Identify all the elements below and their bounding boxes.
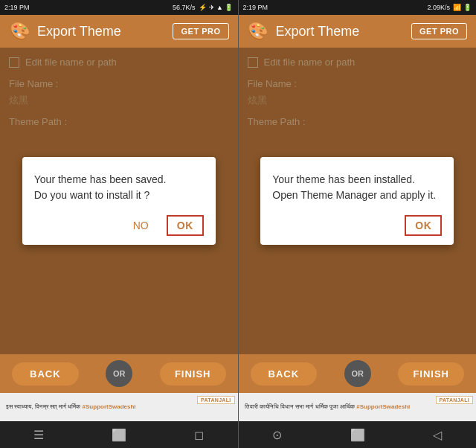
hashtag-1: #SupportSwadeshi (83, 403, 136, 410)
get-pro-button-1[interactable]: GET PRO (173, 23, 228, 39)
status-bar-2: 2:19 PM 2.09K/s 📶 🔋 (239, 0, 477, 15)
status-speed-1: 56.7K/s (173, 4, 196, 11)
get-pro-button-2[interactable]: GET PRO (411, 23, 467, 39)
patanjali-badge-1: PATANJALI (197, 396, 234, 404)
back-button-2[interactable]: BACK (251, 362, 318, 385)
dialog-buttons-1: NO OK (34, 215, 204, 236)
nav-home-icon-1[interactable]: ⬜ (112, 428, 126, 442)
status-time-1: 2:19 PM (4, 4, 30, 11)
nav-bar-2: ⊙ ⬜ ◁ (239, 421, 477, 448)
dialog-1: Your theme has been saved. Do you want t… (22, 157, 216, 245)
phone-panel-1: 2:19 PM 56.7K/s ⚡ ✈ ▲ 🔋 🎨 Export Theme G… (0, 0, 238, 448)
news-text-1: इस स्वाध्याय, विनम्र सत् मार्ग धर्मिक #S… (6, 403, 136, 411)
main-content-1: Edit file name or path File Name : 炫黑 Th… (0, 48, 238, 354)
patanjali-badge-2: PATANJALI (436, 396, 473, 404)
nav-recent-icon-2[interactable]: ◁ (433, 428, 442, 442)
dialog-overlay-2: Your theme has been installed. Open Them… (239, 48, 477, 354)
app-title-1: Export Theme (37, 24, 165, 39)
status-icons-2: 2.09K/s 📶 🔋 (427, 4, 472, 11)
nav-back-icon-1[interactable]: ☰ (33, 428, 44, 442)
nav-recent-icon-1[interactable]: ◻ (194, 428, 204, 442)
news-text-2: तिवारी कार्यनिधि विधान सभा मार्ग धर्मिक … (245, 403, 411, 411)
status-icons-1: 56.7K/s ⚡ ✈ ▲ 🔋 (173, 4, 233, 11)
main-content-2: Edit file name or path File Name : 炫黑 Th… (239, 48, 477, 354)
bottom-bar-2: BACK OR FINISH (239, 354, 477, 393)
or-divider-1: OR (106, 360, 132, 387)
nav-bar-1: ☰ ⬜ ◻ (0, 421, 238, 448)
phone-panel-2: 2:19 PM 2.09K/s 📶 🔋 🎨 Export Theme GET P… (239, 0, 477, 448)
news-wrapper-1: इस स्वाध्याय, विनम्र सत् मार्ग धर्मिक #S… (0, 393, 238, 421)
palette-icon-1: 🎨 (9, 21, 30, 42)
palette-icon-2: 🎨 (248, 21, 268, 42)
finish-button-1[interactable]: FINISH (160, 362, 226, 385)
dialog-message-1: Your theme has been saved. Do you want t… (34, 172, 204, 203)
nav-back-icon-2[interactable]: ⊙ (272, 428, 282, 442)
app-bar-1: 🎨 Export Theme GET PRO (0, 15, 238, 48)
dialog-ok-button-1[interactable]: OK (167, 215, 204, 236)
news-wrapper-2: तिवारी कार्यनिधि विधान सभा मार्ग धर्मिक … (239, 393, 477, 421)
dialog-ok-button-2[interactable]: OK (405, 215, 442, 236)
bottom-bar-1: BACK OR FINISH (0, 354, 238, 393)
status-bar-1: 2:19 PM 56.7K/s ⚡ ✈ ▲ 🔋 (0, 0, 238, 15)
app-title-2: Export Theme (276, 24, 404, 39)
dialog-2: Your theme has been installed. Open Them… (260, 157, 454, 245)
finish-button-2[interactable]: FINISH (398, 362, 464, 385)
back-button-1[interactable]: BACK (12, 362, 79, 385)
dialog-no-button-1[interactable]: NO (127, 217, 155, 234)
dialog-buttons-2: OK (272, 215, 442, 236)
app-bar-2: 🎨 Export Theme GET PRO (239, 15, 477, 48)
nav-home-icon-2[interactable]: ⬜ (350, 428, 365, 442)
status-time-2: 2:19 PM (243, 4, 268, 11)
status-speed-2: 2.09K/s (427, 4, 450, 11)
dialog-overlay-1: Your theme has been saved. Do you want t… (0, 48, 238, 354)
or-divider-2: OR (344, 360, 371, 387)
dialog-message-2: Your theme has been installed. Open Them… (272, 172, 442, 203)
hashtag-2: #SupportSwadeshi (356, 403, 410, 410)
